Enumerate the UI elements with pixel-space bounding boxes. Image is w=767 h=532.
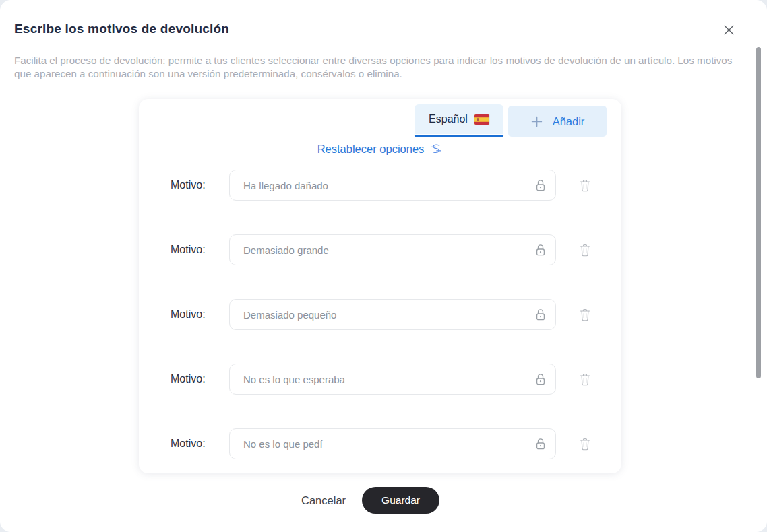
save-button[interactable]: Guardar bbox=[362, 487, 439, 514]
reset-options-link[interactable]: Restablecer opciones bbox=[139, 142, 621, 156]
delete-motivo-button[interactable] bbox=[578, 436, 592, 451]
tab-espanol[interactable]: Español bbox=[415, 104, 503, 134]
close-icon bbox=[723, 24, 735, 38]
close-button[interactable] bbox=[721, 24, 736, 38]
tab-espanol-label: Español bbox=[429, 113, 468, 125]
add-language-button[interactable]: Añadir bbox=[508, 106, 607, 137]
motivo-row: Motivo: bbox=[139, 428, 621, 459]
cancel-button[interactable]: Cancelar bbox=[301, 494, 346, 507]
motivo-label: Motivo: bbox=[171, 244, 229, 256]
motivo-row: Motivo: bbox=[139, 299, 621, 330]
motivo-label: Motivo: bbox=[171, 373, 229, 385]
return-reasons-modal: Escribe los motivos de devolución Facili… bbox=[0, 0, 767, 532]
modal-header: Escribe los motivos de devolución bbox=[0, 0, 767, 46]
delete-motivo-button[interactable] bbox=[578, 242, 592, 257]
lock-icon bbox=[534, 372, 547, 386]
delete-motivo-button[interactable] bbox=[578, 307, 592, 322]
spain-flag-icon bbox=[474, 114, 489, 125]
lock-icon bbox=[534, 178, 547, 192]
motivo-input[interactable] bbox=[229, 234, 556, 265]
reasons-card: Español Añadir bbox=[139, 99, 621, 473]
motivo-label: Motivo: bbox=[171, 438, 229, 450]
motivo-input[interactable] bbox=[229, 364, 556, 395]
motivo-input-wrap bbox=[229, 170, 556, 201]
motivo-row: Motivo: bbox=[139, 364, 621, 395]
delete-motivo-button[interactable] bbox=[578, 178, 592, 193]
motivo-label: Motivo: bbox=[171, 308, 229, 321]
motivo-input[interactable] bbox=[229, 299, 556, 330]
motivo-label: Motivo: bbox=[171, 179, 229, 191]
lock-icon bbox=[534, 437, 547, 451]
motivo-input-wrap bbox=[229, 364, 556, 395]
motivo-input-wrap bbox=[229, 234, 556, 265]
reset-options-label: Restablecer opciones bbox=[317, 143, 425, 156]
modal-footer: Cancelar Guardar bbox=[0, 487, 767, 514]
motivo-row: Motivo: bbox=[139, 170, 621, 201]
scrollbar-track bbox=[756, 47, 762, 529]
delete-motivo-button[interactable] bbox=[578, 372, 592, 387]
motivo-row: Motivo: bbox=[139, 234, 621, 265]
motivo-input-wrap bbox=[229, 428, 556, 459]
lock-icon bbox=[534, 308, 547, 321]
scrollbar-thumb[interactable] bbox=[756, 47, 761, 378]
plus-icon bbox=[530, 115, 543, 128]
motivo-input-wrap bbox=[229, 299, 556, 330]
motivo-rows: Motivo: Motivo: bbox=[139, 170, 621, 459]
modal-description: Facilita el proceso de devolución: permi… bbox=[14, 54, 734, 81]
motivo-input[interactable] bbox=[229, 170, 556, 201]
lock-icon bbox=[534, 243, 547, 257]
reset-icon bbox=[429, 142, 443, 156]
modal-title: Escribe los motivos de devolución bbox=[14, 22, 229, 36]
tabs-row: Español Añadir bbox=[415, 104, 607, 137]
add-language-label: Añadir bbox=[553, 115, 585, 128]
motivo-input[interactable] bbox=[229, 428, 556, 459]
